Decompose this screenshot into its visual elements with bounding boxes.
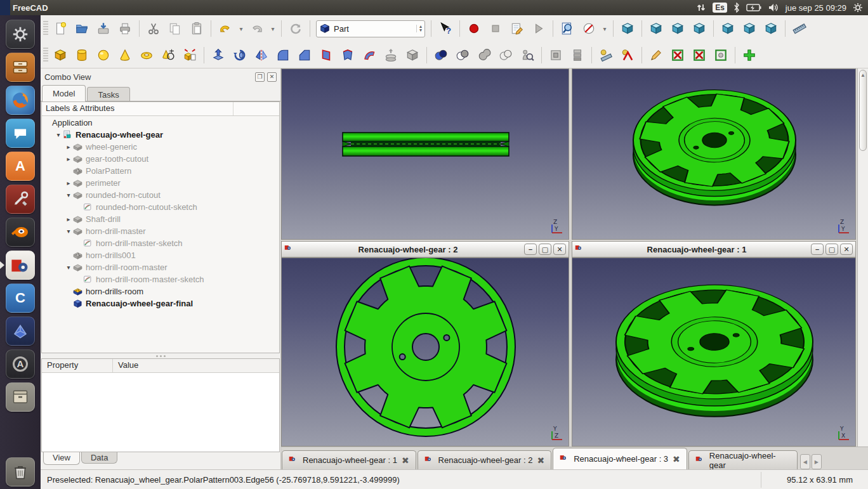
measure-toggle-button[interactable] [688, 44, 710, 66]
close-tab-icon[interactable]: ✖ [402, 455, 409, 466]
restore-button[interactable]: ▢ [539, 244, 551, 255]
launcher-item-software-center[interactable]: A [5, 152, 36, 181]
launcher-item-mesh-app[interactable] [5, 316, 36, 346]
launcher-item-firefox[interactable] [5, 86, 36, 115]
minimize-button[interactable]: – [811, 244, 824, 255]
boolean-button[interactable] [430, 44, 452, 66]
tab-data[interactable]: Data [81, 452, 117, 464]
subwindow-titlebar-2[interactable]: Renacuajo-wheel-gear : 2 – ▢ ✕ [281, 241, 569, 258]
tree-item-rounded-horn-cutout[interactable]: ▾rounded-horn-cutout [42, 189, 279, 201]
session-gear-icon[interactable] [853, 3, 863, 13]
macro-play-button[interactable] [528, 18, 549, 39]
tree-item-horn-drill-master-sketch[interactable]: horn-drill-master-sketch [42, 237, 279, 249]
viewport-top-left[interactable]: Z Y [281, 68, 569, 240]
launcher-item-trash[interactable] [5, 457, 36, 486]
chamfer-button[interactable] [294, 44, 315, 66]
tree-item-gear-tooth-cutout[interactable]: ▸gear-tooth-cutout [42, 153, 279, 165]
refresh-button[interactable] [285, 18, 306, 39]
tree-item-perimeter[interactable]: ▸perimeter [42, 177, 279, 189]
sweep-button[interactable] [358, 44, 380, 66]
launcher-item-archive[interactable] [5, 382, 36, 412]
scrollbar-thumb[interactable]: ▲ [859, 70, 867, 151]
collapsed-arrow-icon[interactable]: ▸ [65, 143, 72, 150]
mirror-button[interactable] [251, 44, 272, 66]
collapsed-arrow-icon[interactable]: ▸ [65, 179, 72, 186]
vertical-scrollbar[interactable]: ▲ [857, 68, 868, 447]
boolean-common-button[interactable] [495, 44, 516, 66]
tree-item-application[interactable]: Application [42, 117, 279, 129]
tree-item-wheel-generic[interactable]: ▸wheel-generic [42, 141, 279, 153]
launcher-item-c-app[interactable]: C [5, 284, 36, 313]
tree-item-shaft-drill[interactable]: ▸Shaft-drill [42, 213, 279, 225]
tree-item-renacuajo-wheel-gear-final[interactable]: Renacuajo-wheel-gear-final [42, 297, 279, 310]
launcher-item-a-circle-app[interactable]: A [5, 349, 36, 379]
loft-button[interactable] [337, 44, 358, 66]
offset-button[interactable] [402, 44, 423, 66]
workbench-selector[interactable]: Part ▴▾ [316, 20, 425, 37]
keyboard-layout-indicator[interactable]: Es [713, 3, 727, 13]
launcher-item-freecad[interactable] [5, 251, 36, 280]
launcher-item-files[interactable] [5, 53, 36, 82]
launcher-item-messaging[interactable] [5, 119, 36, 148]
launcher-item-system-settings[interactable] [5, 185, 36, 214]
measure-distance-button[interactable] [789, 18, 810, 39]
viewport-top-right[interactable]: Z Y [572, 68, 856, 240]
primitive-cylinder-button[interactable] [71, 44, 93, 66]
tab-scroll-right-button[interactable]: ▶ [812, 454, 822, 469]
collapsed-arrow-icon[interactable]: ▸ [65, 216, 72, 223]
tab-view[interactable]: View [43, 452, 80, 465]
battery-icon[interactable] [746, 3, 761, 12]
value-column-header[interactable]: Value [113, 359, 143, 372]
tree-item-polarpattern[interactable]: PolarPattern [42, 165, 279, 177]
draw-style-button[interactable] [578, 18, 600, 39]
minimize-button[interactable]: – [524, 244, 537, 255]
boolean-cut-button[interactable] [452, 44, 473, 66]
view-top-button[interactable] [667, 18, 688, 39]
macro-edit-button[interactable] [506, 18, 528, 39]
boolean-union-button[interactable] [473, 44, 495, 66]
cut-button[interactable] [143, 18, 164, 39]
bluetooth-icon[interactable] [733, 3, 740, 13]
redo-more[interactable]: ▾ [268, 18, 278, 39]
close-button[interactable]: ✕ [553, 244, 566, 255]
copy-button[interactable] [164, 18, 186, 39]
create-primitives-button[interactable] [157, 44, 179, 66]
document-tab-1[interactable]: Renacuajo-wheel-gear : 1✖ [282, 450, 416, 469]
property-column-header[interactable]: Property [42, 359, 113, 372]
close-button[interactable]: ✕ [840, 244, 853, 255]
toolbar-grip[interactable] [43, 21, 48, 36]
viewport-bottom-left[interactable]: Y Z [281, 258, 569, 447]
measure-clear-button[interactable] [667, 44, 688, 66]
tree-item-rounded-horn-cutout-sketch[interactable]: rounded-horn-cutout-sketch [42, 201, 279, 213]
save-button[interactable] [93, 18, 114, 39]
measure-refresh-button[interactable] [645, 44, 667, 66]
undo-button[interactable] [214, 18, 236, 39]
ruled-surface-button[interactable] [315, 44, 337, 66]
document-tab-4[interactable]: Renacuajo-wheel-gear [688, 450, 798, 469]
undo-more[interactable]: ▾ [236, 18, 246, 39]
clock[interactable]: jue sep 25 09:29 [786, 3, 846, 13]
spinner-arrows-icon[interactable]: ▴▾ [416, 25, 422, 32]
tree-item-horn-drill-room-master[interactable]: ▾horn-drill-room-master [42, 261, 279, 273]
redo-button[interactable] [246, 18, 268, 39]
network-arrows-icon[interactable] [696, 3, 706, 13]
tree-item-horn-drill-master[interactable]: ▾horn-drill-master [42, 225, 279, 237]
view-rear-button[interactable] [717, 18, 739, 39]
primitive-box-button[interactable] [49, 44, 71, 66]
macro-stop-button[interactable] [485, 18, 506, 39]
measure-angular-button[interactable] [617, 44, 638, 66]
document-tab-2[interactable]: Renacuajo-wheel-gear : 2✖ [418, 450, 552, 469]
fit-all-button[interactable] [556, 18, 578, 39]
panel-splitter[interactable] [41, 353, 280, 358]
tab-tasks[interactable]: Tasks [87, 87, 129, 101]
whats-this-button[interactable]: ? [435, 18, 456, 39]
close-tab-icon[interactable]: ✖ [673, 454, 680, 464]
float-panel-icon[interactable]: ❐ [255, 72, 265, 82]
restore-button[interactable]: ▢ [825, 244, 838, 255]
tree-item-horn-drills001[interactable]: horn-drills001 [42, 249, 279, 261]
toolbar-grip[interactable] [43, 48, 48, 63]
expanded-arrow-icon[interactable]: ▾ [65, 264, 72, 271]
document-tab-3[interactable]: Renacuajo-wheel-gear : 3✖ [553, 448, 687, 469]
revolve-button[interactable] [229, 44, 251, 66]
open-button[interactable] [71, 18, 93, 39]
